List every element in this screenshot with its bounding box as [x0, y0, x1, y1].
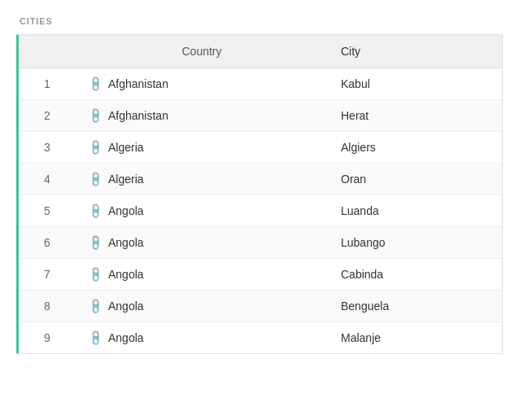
- country-name: Algeria: [108, 141, 144, 154]
- row-number: 9: [19, 322, 76, 354]
- row-country: 🔗Afghanistan: [76, 68, 328, 100]
- row-number: 1: [19, 68, 76, 100]
- table-header: Country City: [19, 35, 502, 68]
- table-row: 8🔗AngolaBenguela: [19, 291, 502, 322]
- row-city: Kabul: [328, 68, 502, 100]
- table-row: 2🔗AfghanistanHerat: [19, 100, 502, 132]
- row-number: 2: [19, 100, 76, 132]
- table-row: 7🔗AngolaCabinda: [19, 259, 502, 291]
- row-city: Cabinda: [328, 259, 502, 291]
- country-name: Angola: [108, 331, 144, 344]
- row-country: 🔗Algeria: [76, 132, 328, 164]
- table-row: 9🔗AngolaMalanje: [19, 322, 502, 354]
- table-container: Country City 1🔗AfghanistanKabul2🔗Afghani…: [16, 34, 503, 354]
- table-row: 6🔗AngolaLubango: [19, 227, 502, 259]
- link-icon: 🔗: [86, 107, 104, 125]
- country-name: Angola: [108, 204, 144, 217]
- link-icon: 🔗: [86, 329, 104, 347]
- table-row: 4🔗AlgeriaOran: [19, 164, 502, 195]
- row-number: 8: [19, 291, 76, 322]
- country-name: Algeria: [108, 173, 144, 186]
- link-icon: 🔗: [86, 265, 104, 283]
- link-icon: 🔗: [86, 75, 104, 93]
- table-row: 5🔗AngolaLuanda: [19, 195, 502, 227]
- row-city: Malanje: [328, 322, 502, 354]
- row-city: Herat: [328, 100, 502, 132]
- row-country: 🔗Angola: [76, 322, 328, 354]
- row-city: Lubango: [328, 227, 502, 259]
- table-row: 3🔗AlgeriaAlgiers: [19, 132, 502, 164]
- row-city: Oran: [328, 164, 502, 195]
- table-body: 1🔗AfghanistanKabul2🔗AfghanistanHerat3🔗Al…: [19, 68, 502, 354]
- row-city: Benguela: [328, 291, 502, 322]
- row-country: 🔗Angola: [76, 291, 328, 322]
- section-title: CITIES: [16, 16, 503, 26]
- row-number: 6: [19, 227, 76, 259]
- link-icon: 🔗: [86, 170, 104, 188]
- link-icon: 🔗: [86, 297, 104, 315]
- country-name: Angola: [108, 236, 144, 249]
- row-country: 🔗Afghanistan: [76, 100, 328, 132]
- row-number: 5: [19, 195, 76, 227]
- country-name: Angola: [108, 300, 144, 313]
- header-country: Country: [76, 35, 328, 68]
- link-icon: 🔗: [86, 234, 104, 252]
- row-number: 7: [19, 259, 76, 291]
- table-row: 1🔗AfghanistanKabul: [19, 68, 502, 100]
- section-container: CITIES Country City 1🔗AfghanistanKabul2🔗…: [16, 16, 503, 354]
- row-city: Luanda: [328, 195, 502, 227]
- row-country: 🔗Angola: [76, 259, 328, 291]
- header-row: Country City: [19, 35, 502, 68]
- row-country: 🔗Angola: [76, 227, 328, 259]
- row-city: Algiers: [328, 132, 502, 164]
- row-country: 🔗Algeria: [76, 164, 328, 195]
- country-name: Afghanistan: [108, 109, 168, 122]
- link-icon: 🔗: [86, 138, 104, 156]
- header-city: City: [328, 35, 502, 68]
- cities-table: Country City 1🔗AfghanistanKabul2🔗Afghani…: [19, 35, 502, 353]
- row-number: 3: [19, 132, 76, 164]
- row-country: 🔗Angola: [76, 195, 328, 227]
- country-name: Angola: [108, 268, 144, 281]
- row-number: 4: [19, 164, 76, 195]
- country-name: Afghanistan: [108, 77, 168, 90]
- header-num: [19, 35, 76, 68]
- link-icon: 🔗: [86, 202, 104, 220]
